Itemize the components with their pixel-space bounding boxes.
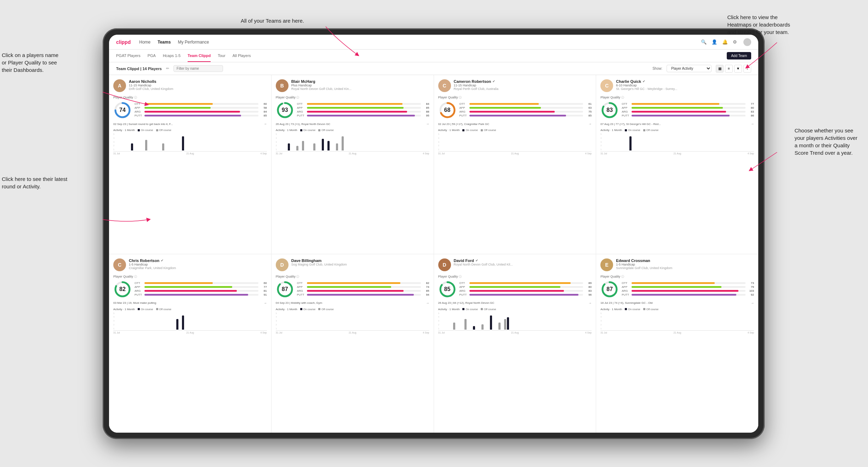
player-name[interactable]: Aaron Nicholls [129, 79, 267, 84]
activity-arrow-icon[interactable]: → [426, 301, 429, 305]
activity-section: Activity · 1 Month On course Off course … [276, 129, 429, 250]
chart-bar [179, 150, 181, 150]
chart-bar [450, 329, 452, 330]
quality-section[interactable]: 83 OTT 77 APP 80 ARG [600, 101, 754, 119]
activity-arrow-icon[interactable]: → [588, 122, 592, 126]
stat-name: ARG [135, 110, 143, 113]
player-avatar[interactable]: A [113, 79, 126, 92]
filter-button[interactable]: ▼ [734, 65, 742, 73]
quality-section[interactable]: 74 OTT 60 APP 58 ARG [113, 101, 267, 119]
stats-table: OTT 84 APP 85 ARG 88 [297, 102, 429, 118]
chart-bar [151, 329, 153, 330]
nav-my-performance[interactable]: My Performance [178, 40, 209, 45]
chart-bar [658, 150, 660, 150]
activity-arrow-icon[interactable]: → [264, 122, 267, 126]
player-name[interactable]: Cameron Robertson✔ [454, 79, 592, 84]
quality-circle[interactable]: 82 [113, 280, 132, 298]
quality-circle[interactable]: 83 [600, 101, 619, 119]
stat-row: APP 58 [135, 106, 267, 109]
stat-name: OTT [459, 102, 468, 106]
chart-bar [122, 150, 125, 150]
stat-row: ARG 81 [135, 289, 267, 292]
chart-bar [641, 150, 643, 150]
activity-arrow-icon[interactable]: → [751, 122, 754, 126]
quality-section[interactable]: 68 OTT 61 APP 63 ARG [438, 101, 592, 119]
list-view-button[interactable]: ≡ [725, 65, 733, 73]
player-avatar[interactable]: E [600, 258, 613, 271]
chart-bar [339, 150, 341, 150]
player-avatar[interactable]: C [113, 258, 126, 271]
quality-section[interactable]: 87 OTT 82 APP 74 ARG [276, 280, 429, 298]
edit-icon[interactable]: ✏ [166, 66, 169, 71]
nav-teams[interactable]: Teams [158, 40, 171, 45]
tab-pga[interactable]: PGA [148, 50, 156, 62]
tab-team-clippd[interactable]: Team Clippd [188, 50, 211, 62]
quality-section[interactable]: 85 OTT 89 APP 80 ARG [438, 280, 592, 298]
chart-bar [652, 329, 654, 330]
search-icon[interactable]: 🔍 [701, 39, 707, 45]
quality-section[interactable]: 82 OTT 60 APP 77 ARG [113, 280, 267, 298]
quality-circle[interactable]: 85 [438, 280, 457, 298]
activity-arrow-icon[interactable]: → [426, 122, 429, 126]
player-name[interactable]: David Ford✔ [454, 258, 592, 263]
stat-name: PUTT [622, 293, 630, 296]
stat-bar [632, 107, 723, 109]
stat-bar-container [307, 282, 421, 284]
tab-tour[interactable]: Tour [218, 50, 225, 62]
stats-table: OTT 61 APP 63 ARG 75 [459, 102, 592, 118]
chart-bar [501, 150, 503, 150]
chart-bar [299, 329, 301, 330]
grid-view-button[interactable]: ▦ [716, 65, 724, 73]
activity-arrow-icon[interactable]: → [588, 301, 592, 305]
activity-arrow-icon[interactable]: → [751, 301, 754, 305]
show-dropdown[interactable]: Player Activity Quality Score Trend [667, 65, 712, 72]
tab-pgat-players[interactable]: PGAT Players [116, 50, 141, 62]
player-name[interactable]: Charlie Quick✔ [616, 79, 754, 84]
chart-bar [344, 329, 347, 330]
quality-section[interactable]: 93 OTT 84 APP 85 ARG [276, 101, 429, 119]
chart-label-mid: 21 Aug [511, 331, 519, 334]
quality-circle[interactable]: 87 [600, 280, 619, 298]
quality-section[interactable]: 87 OTT 73 APP 79 ARG [600, 280, 754, 298]
activity-arrow-icon[interactable]: → [264, 301, 267, 305]
tab-all-players[interactable]: All Players [233, 50, 251, 62]
nav-home[interactable]: Home [139, 40, 150, 45]
player-name[interactable]: Blair McHarg [291, 79, 429, 84]
stat-row: OTT 77 [622, 102, 754, 106]
stat-bar [469, 290, 564, 292]
tab-hcaps[interactable]: Hcaps 1-5 [163, 50, 181, 62]
add-team-button[interactable]: Add Team [727, 52, 751, 59]
player-name[interactable]: Chris Robertson✔ [129, 258, 267, 263]
player-name[interactable]: Edward Crossman [616, 258, 754, 263]
stat-value: 103 [747, 289, 754, 292]
chart-bar [327, 329, 330, 330]
player-name[interactable]: Dave Billingham [291, 258, 429, 263]
player-header: A Aaron Nicholls 11-15 Handicap Drift Go… [113, 79, 267, 92]
player-search-input[interactable] [173, 65, 223, 72]
quality-circle[interactable]: 68 [438, 101, 457, 119]
chart-bar [655, 329, 657, 330]
chart-bar [145, 329, 147, 330]
player-avatar[interactable]: B [276, 79, 289, 92]
stat-value: 75 [584, 110, 592, 113]
quality-circle[interactable]: 93 [276, 101, 294, 119]
quality-circle[interactable]: 74 [113, 101, 132, 119]
profile-icon[interactable]: 👤 [712, 39, 717, 45]
player-avatar[interactable]: C [600, 79, 613, 92]
player-avatar[interactable]: D [438, 258, 451, 271]
activity-section: Activity · 1 Month On course Off course … [438, 129, 592, 250]
bell-icon[interactable]: 🔔 [722, 39, 728, 45]
stat-row: PUTT 95 [297, 114, 429, 117]
off-course-dot [156, 129, 158, 131]
tablet-frame: clippd Home Teams My Performance 🔍 👤 🔔 ⚙… [103, 28, 765, 439]
user-avatar[interactable] [743, 38, 751, 46]
stat-value: 73 [747, 281, 754, 285]
settings-icon[interactable]: ⚙ [733, 39, 738, 45]
quality-circle[interactable]: 87 [276, 280, 294, 298]
activity-title: Activity · 1 Month [600, 129, 622, 132]
sort-button[interactable]: ↕ [743, 65, 751, 73]
player-avatar[interactable]: D [276, 258, 289, 271]
on-course-legend: On course [462, 308, 478, 311]
player-avatar[interactable]: C [438, 79, 451, 92]
chart-bar [510, 150, 512, 150]
